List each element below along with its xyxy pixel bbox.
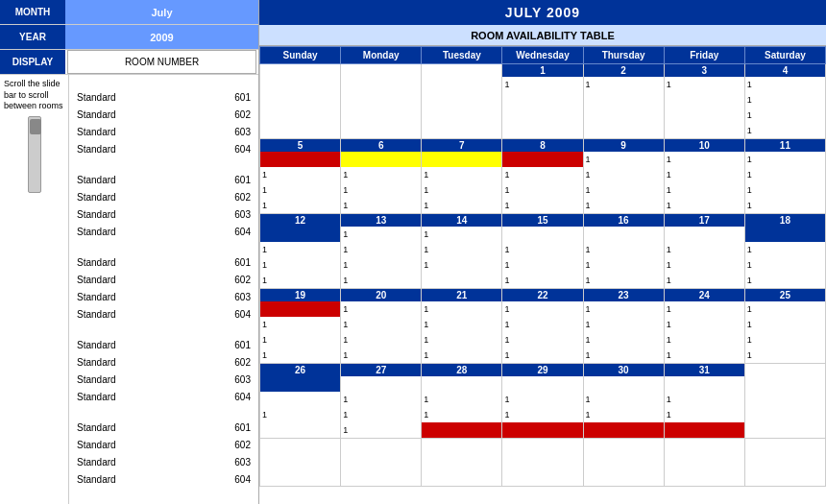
calendar-cell-5: 5 1 1 1 [260,139,341,214]
list-item: Standard603 [69,453,258,470]
calendar-cell-21: 21 1 1 1 1 [422,289,502,364]
list-item: Standard601 [69,253,258,271]
calendar-cell-empty [260,64,341,139]
date-num: 4 [745,64,825,77]
date-num: 26 [260,364,340,376]
list-item: Standard604 [69,223,258,240]
list-item: Standard604 [69,305,258,323]
day-header-sat: Saturday [744,47,825,64]
day-header-mon: Monday [341,47,422,64]
calendar-cell-18: 18 1 1 1 [744,214,825,289]
list-item: Standard602 [69,271,258,288]
date-num: 22 [502,289,582,301]
calendar-cell-28: 28 1 1 [422,364,502,439]
list-item: Standard601 [69,88,258,106]
calendar-cell-3: 3 1 [664,64,744,139]
calendar-cell-16: 16 1 1 1 [583,214,664,289]
calendar-cell-empty [422,64,502,139]
date-num: 9 [584,139,664,152]
list-item: Standard601 [69,171,258,188]
calendar-cell-30: 30 1 1 [583,364,664,439]
calendar-cell-8: 8 1 1 1 [502,139,583,214]
date-num: 16 [584,214,664,227]
year-value[interactable]: 2009 [65,25,258,49]
date-num: 10 [665,139,744,152]
date-num: 18 [745,214,825,227]
calendar-cell-1: 1 1 [502,64,583,139]
day-headers-row: Sunday Monday Tuesday Wednesday Thursday… [260,47,826,64]
calendar-cell-2: 2 1 [583,64,664,139]
date-num: 7 [422,139,501,152]
date-num: 29 [502,364,582,376]
calendar-cell-4: 4 1 1 1 1 [744,64,825,139]
calendar-cell-15: 15 1 1 1 [502,214,583,289]
list-item: Standard602 [69,106,258,123]
display-value[interactable]: ROOM NUMBER [67,50,256,74]
date-num: 30 [584,364,664,376]
year-row: YEAR 2009 [0,25,258,50]
list-item: Standard601 [69,336,258,353]
list-item: Standard601 [69,419,258,436]
scroll-thumb[interactable] [30,119,41,134]
scroll-area: Scroll the slide bar to scroll between r… [0,75,258,504]
calendar-cell-12: 12 1 1 1 [260,214,341,289]
calendar-cell-26: 26 1 [260,364,341,439]
date-num: 31 [665,364,744,376]
week-row-5: 26 1 27 1 1 1 [260,364,826,439]
right-panel: JULY 2009 ROOM AVAILABILITY TABLE Sunday… [259,0,826,504]
calendar-cell-13: 13 1 1 1 1 [341,214,422,289]
calendar-subtitle: ROOM AVAILABILITY TABLE [259,25,826,46]
calendar-cell-6: 6 1 1 1 [341,139,422,214]
date-num: 3 [665,64,744,77]
week-row-1: 1 1 2 1 3 1 [260,64,826,139]
calendar-cell-9: 9 1 1 1 1 [583,139,664,214]
date-num: 13 [341,214,421,227]
list-item: Standard604 [69,388,258,405]
date-num: 17 [665,214,744,227]
calendar-table: Sunday Monday Tuesday Wednesday Thursday… [259,46,826,487]
calendar-cell-10: 10 1 1 1 1 [664,139,744,214]
date-num: 24 [665,289,744,301]
day-header-thu: Thursday [583,47,664,64]
calendar-cell-7: 7 1 1 1 [422,139,502,214]
calendar-cell-14: 14 1 1 1 [422,214,502,289]
calendar-cell-27: 27 1 1 1 [341,364,422,439]
week-row-6 [260,439,826,487]
calendar-cell-empty [341,64,422,139]
list-item: Standard602 [69,353,258,371]
left-panel: MONTH July YEAR 2009 DISPLAY ROOM NUMBER… [0,0,259,504]
list-item: Standard604 [69,140,258,157]
date-num: 27 [341,364,421,376]
date-num: 14 [422,214,501,227]
calendar-cell-31: 31 1 1 [664,364,744,439]
scroll-hint-text: Scroll the slide bar to scroll between r… [4,79,64,112]
room-list: Standard601 Standard602 Standard603 Stan… [69,75,258,504]
date-num: 23 [584,289,664,301]
scroll-hint-panel: Scroll the slide bar to scroll between r… [0,75,69,504]
date-num: 6 [341,139,421,152]
list-item: Standard603 [69,371,258,388]
date-num: 8 [502,139,582,152]
date-num: 11 [745,139,825,152]
date-num: 20 [341,289,421,301]
month-label: MONTH [0,0,65,24]
date-num: 19 [260,289,340,301]
calendar-cell-23: 23 1 1 1 1 [583,289,664,364]
year-label: YEAR [0,25,65,49]
month-value[interactable]: July [65,0,258,24]
list-item: Standard602 [69,188,258,205]
display-label: DISPLAY [0,50,65,74]
date-num: 25 [745,289,825,301]
display-row: DISPLAY ROOM NUMBER [0,50,258,75]
week-row-3: 12 1 1 1 13 1 1 1 1 [260,214,826,289]
date-num: 12 [260,214,340,227]
list-item: Standard603 [69,123,258,140]
calendar-cell-20: 20 1 1 1 1 [341,289,422,364]
week-row-2: 5 1 1 1 6 1 1 1 [260,139,826,214]
calendar-cell-17: 17 1 1 1 [664,214,744,289]
calendar-cell-24: 24 1 1 1 1 [664,289,744,364]
calendar-title: JULY 2009 [259,0,826,25]
scrollbar[interactable] [28,116,41,193]
date-num: 21 [422,289,501,301]
list-item: Standard602 [69,436,258,453]
